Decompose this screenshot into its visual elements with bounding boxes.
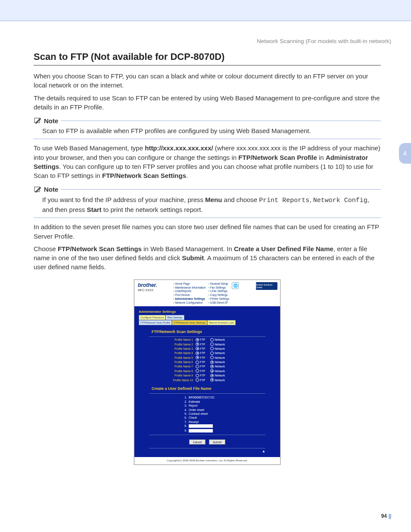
page-title: Scan to FTP (Not available for DCP-8070D… bbox=[34, 51, 381, 62]
profile-label: Profile Name 6 bbox=[168, 361, 193, 364]
profile-label: Profile Name 8 bbox=[168, 370, 193, 373]
admin-settings-title: Administrator Settings bbox=[134, 310, 280, 315]
nav-col-right: General SetupFax SettingsI-Fax SettingsC… bbox=[209, 282, 230, 305]
filename-item: 1.BRN00807CEC72C bbox=[182, 395, 280, 399]
page-number: 94 bbox=[381, 513, 391, 519]
title-rule bbox=[34, 65, 381, 65]
profile-row: Profile Name 9FTPNetwork bbox=[134, 373, 280, 378]
nav-link[interactable]: Administrator Settings bbox=[173, 297, 206, 301]
nav-col-left: Home PageMaintenance InformationLists/Re… bbox=[173, 282, 206, 305]
section-title-filename: Create a User Defined File Name bbox=[134, 382, 280, 392]
network-radio[interactable]: Network bbox=[210, 374, 225, 377]
network-radio[interactable]: Network bbox=[210, 378, 225, 382]
ftp-radio[interactable]: FTP bbox=[196, 374, 205, 377]
profile-row: Profile Name 7FTPNetwork bbox=[134, 364, 280, 369]
filename-item: 6.Check bbox=[182, 416, 280, 420]
profile-label: Profile Name 3 bbox=[168, 347, 193, 350]
nav-link[interactable]: I-Fax Settings bbox=[209, 289, 230, 293]
ftp-radio[interactable]: FTP bbox=[196, 338, 205, 342]
chapter-tab: 4 bbox=[399, 143, 411, 164]
profiles-list: Profile Name 1FTPNetworkProfile Name 2FT… bbox=[134, 338, 280, 383]
network-radio[interactable]: Network bbox=[210, 347, 225, 350]
note-header-2: Note bbox=[34, 186, 381, 193]
paragraph-intro-1: When you choose Scan to FTP, you can sca… bbox=[34, 72, 381, 90]
profile-label: Profile Name 1 bbox=[168, 338, 193, 341]
profile-row: Profile Name 8FTPNetwork bbox=[134, 369, 280, 373]
ftp-radio[interactable]: FTP bbox=[196, 352, 205, 355]
paragraph-instructions: Choose FTP/Network Scan Settings in Web … bbox=[34, 244, 381, 272]
profile-row: Profile Name 4FTPNetwork bbox=[134, 351, 280, 355]
note-rule-1 bbox=[34, 139, 381, 139]
profile-row: Profile Name 5FTPNetwork bbox=[134, 355, 280, 360]
profile-label: Profile Name 9 bbox=[168, 374, 193, 377]
profile-row: Profile Name 1FTPNetwork bbox=[134, 338, 280, 342]
network-radio[interactable]: Network bbox=[210, 361, 225, 364]
nav-link[interactable]: Fax Settings bbox=[209, 286, 230, 289]
ftp-radio[interactable]: FTP bbox=[196, 342, 205, 346]
note-icon bbox=[34, 186, 41, 193]
network-radio[interactable]: Network bbox=[210, 356, 225, 359]
paragraph-preset: In addition to the seven preset file nam… bbox=[34, 222, 381, 241]
nav-link[interactable]: General Setup bbox=[209, 282, 230, 286]
tabs-row-1: Configure PasswordWeb Settings bbox=[134, 315, 280, 320]
filename-input-row: 8. bbox=[182, 424, 280, 429]
note-header-1: Note bbox=[34, 117, 381, 124]
filename-input[interactable] bbox=[189, 424, 213, 428]
nav-link[interactable]: Home Page bbox=[173, 282, 206, 286]
globe-icon: 🌐 bbox=[232, 282, 239, 289]
scroll-top-icon[interactable]: ▲ bbox=[134, 449, 280, 454]
tab[interactable]: FTP/Network Scan Settings bbox=[172, 320, 207, 325]
filename-input[interactable] bbox=[189, 429, 213, 432]
cancel-button[interactable]: Cancel bbox=[189, 439, 206, 445]
network-radio[interactable]: Network bbox=[210, 342, 225, 346]
tab[interactable]: Configure Password bbox=[139, 315, 165, 320]
note-rule-2 bbox=[34, 218, 381, 218]
filename-list: 1.BRN00807CEC72C2.Estimate3.Report4.Orde… bbox=[134, 395, 280, 434]
network-radio[interactable]: Network bbox=[210, 365, 225, 368]
nav-link[interactable]: Find Device bbox=[173, 293, 206, 297]
tab[interactable]: Secure Function Lock bbox=[207, 320, 236, 325]
ftp-radio[interactable]: FTP bbox=[196, 347, 205, 350]
ftp-radio[interactable]: FTP bbox=[196, 378, 205, 382]
profile-row: Profile Name 6FTPNetwork bbox=[134, 360, 280, 364]
profile-label: Profile Name 2 bbox=[168, 343, 193, 346]
tab[interactable]: FTP/Network Scan Profile bbox=[139, 320, 172, 325]
top-band bbox=[0, 0, 411, 21]
ftp-radio[interactable]: FTP bbox=[196, 365, 205, 368]
ftp-radio[interactable]: FTP bbox=[196, 356, 205, 359]
solutions-center-link[interactable]: Brother Solutions Center bbox=[256, 282, 277, 290]
filename-item: 2.Estimate bbox=[182, 400, 280, 404]
profile-label: Profile Name 4 bbox=[168, 352, 193, 355]
filename-input-row: 9. bbox=[182, 428, 280, 433]
web-management-screenshot: brother. MFC-XXXX Home PageMaintenance I… bbox=[134, 280, 280, 465]
nav-link[interactable]: Network Configuration bbox=[173, 301, 206, 305]
nav-link[interactable]: Copy Settings bbox=[209, 293, 230, 297]
profile-label: Profile Name 10 bbox=[168, 379, 193, 382]
brother-logo: brother. bbox=[138, 282, 171, 288]
ftp-radio[interactable]: FTP bbox=[196, 369, 205, 373]
network-radio[interactable]: Network bbox=[210, 369, 225, 373]
tab[interactable]: Web Settings bbox=[165, 315, 184, 320]
profile-label: Profile Name 5 bbox=[168, 356, 193, 359]
copyright: Copyright(C) 2000-2009 Brother Industrie… bbox=[134, 457, 280, 464]
note-icon bbox=[34, 117, 41, 124]
paragraph-wbm: To use Web Based Management, type http:/… bbox=[34, 143, 381, 180]
nav-link[interactable]: USB Direct I/F bbox=[209, 301, 230, 305]
filename-item: 7.Receipt bbox=[182, 420, 280, 424]
filename-item: 5.Contract sheet bbox=[182, 412, 280, 416]
section-title-ftp: FTP/Network Scan Settings bbox=[134, 325, 280, 336]
paragraph-intro-2: The details required to use Scan to FTP … bbox=[34, 93, 381, 112]
nav-link[interactable]: Printer Settings bbox=[209, 297, 230, 301]
profile-row: Profile Name 2FTPNetwork bbox=[134, 342, 280, 346]
model-name: MFC-XXXX bbox=[138, 289, 171, 292]
filename-item: 4.Order sheet bbox=[182, 408, 280, 411]
header-breadcrumb: Network Scanning (For models with built-… bbox=[257, 38, 391, 44]
nav-link[interactable]: Maintenance Information bbox=[173, 286, 206, 289]
network-radio[interactable]: Network bbox=[210, 338, 225, 342]
profile-label: Profile Name 7 bbox=[168, 365, 193, 368]
note-label: Note bbox=[44, 117, 58, 124]
nav-link[interactable]: Lists/Reports bbox=[173, 289, 206, 293]
ftp-radio[interactable]: FTP bbox=[196, 361, 205, 364]
submit-button[interactable]: Submit bbox=[209, 439, 225, 445]
network-radio[interactable]: Network bbox=[210, 352, 225, 355]
